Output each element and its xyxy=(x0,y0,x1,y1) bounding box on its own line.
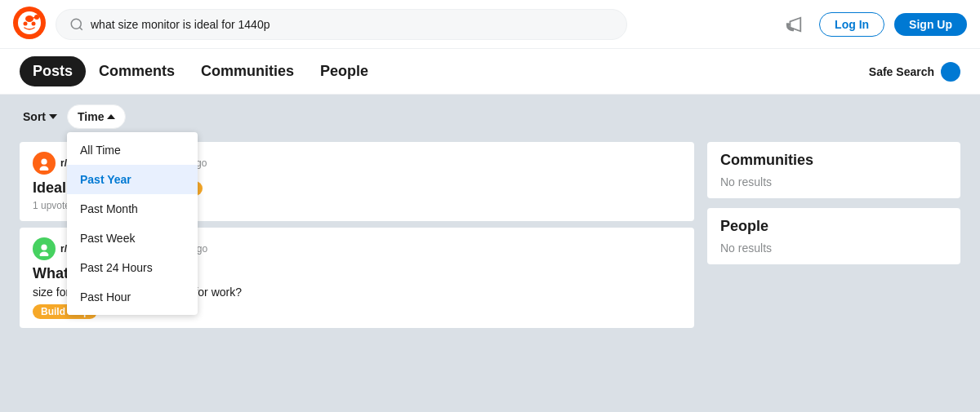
avatar-2 xyxy=(33,237,56,260)
sidebar-people-title: People xyxy=(720,218,947,235)
sidebar-communities-title: Communities xyxy=(720,152,947,169)
svg-point-3 xyxy=(32,21,36,25)
filter-row: Sort Time All Time Past Year Past Month … xyxy=(0,95,980,139)
sidebar-communities-empty: No results xyxy=(720,175,947,188)
avatar-icon-2 xyxy=(37,241,51,256)
time-label: Time xyxy=(78,110,104,123)
header-right: Log In Sign Up xyxy=(778,9,967,40)
svg-point-15 xyxy=(41,245,47,250)
search-icon xyxy=(69,17,84,32)
sidebar-column: Communities No results People No results xyxy=(707,142,960,328)
svg-line-6 xyxy=(33,17,37,18)
dropdown-item-all-time[interactable]: All Time xyxy=(67,135,198,165)
safe-search-area: Safe Search xyxy=(869,62,960,82)
dropdown-item-past-month[interactable]: Past Month xyxy=(67,194,198,224)
sort-button[interactable]: Sort xyxy=(20,105,60,128)
avatar-1 xyxy=(33,152,56,175)
login-button[interactable]: Log In xyxy=(819,12,884,37)
svg-point-2 xyxy=(24,21,28,25)
time-dropdown-button[interactable]: Time xyxy=(67,104,126,129)
search-input[interactable]: what size monitor is ideal for 1440p xyxy=(91,18,613,31)
header: what size monitor is ideal for 1440p Log… xyxy=(0,0,980,49)
safe-search-toggle[interactable] xyxy=(941,62,960,82)
tab-comments[interactable]: Comments xyxy=(86,56,188,86)
time-chevron-up-icon xyxy=(107,114,115,119)
dropdown-item-past-hour[interactable]: Past Hour xyxy=(67,282,198,312)
time-dropdown-wrapper: Time All Time Past Year Past Month Past … xyxy=(67,104,126,129)
dropdown-item-past-week[interactable]: Past Week xyxy=(67,224,198,253)
signup-button[interactable]: Sign Up xyxy=(894,13,967,36)
tab-people[interactable]: People xyxy=(307,56,381,86)
sidebar-communities-card: Communities No results xyxy=(707,142,960,198)
megaphone-icon xyxy=(785,16,803,33)
tab-posts[interactable]: Posts xyxy=(20,56,86,86)
megaphone-button[interactable] xyxy=(778,9,809,40)
svg-point-4 xyxy=(25,16,33,22)
time-dropdown-menu: All Time Past Year Past Month Past Week … xyxy=(67,132,198,315)
tab-communities[interactable]: Communities xyxy=(188,56,307,86)
svg-point-12 xyxy=(41,159,47,165)
sidebar-people-card: People No results xyxy=(707,208,960,264)
search-bar[interactable]: what size monitor is ideal for 1440p xyxy=(56,9,627,40)
svg-line-8 xyxy=(79,27,82,29)
svg-point-7 xyxy=(71,19,81,29)
sort-label: Sort xyxy=(23,110,46,123)
dropdown-item-past-24-hours[interactable]: Past 24 Hours xyxy=(67,253,198,282)
avatar-icon-1 xyxy=(37,156,51,171)
sort-chevron-down-icon xyxy=(49,114,57,119)
dropdown-item-past-year[interactable]: Past Year xyxy=(67,165,198,194)
sidebar-people-empty: No results xyxy=(720,241,947,255)
reddit-logo[interactable] xyxy=(13,7,46,42)
safe-search-label[interactable]: Safe Search xyxy=(869,65,934,78)
tabs-bar: Posts Comments Communities People Safe S… xyxy=(0,49,980,95)
